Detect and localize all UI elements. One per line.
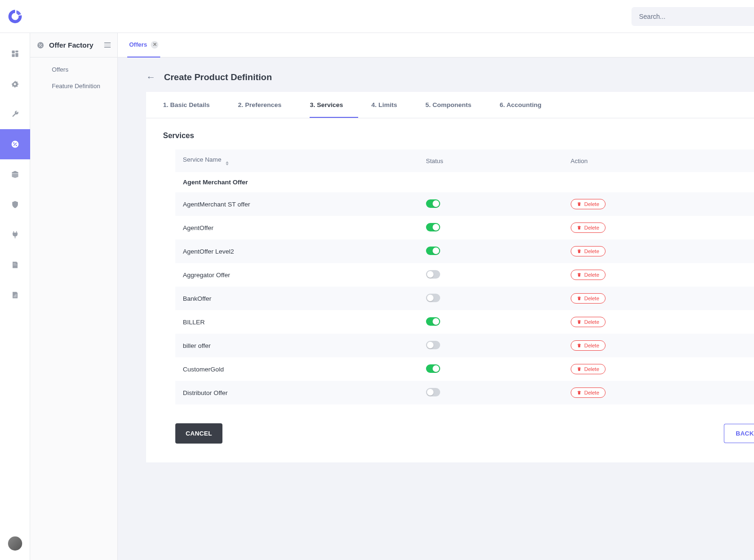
status-toggle[interactable] [426, 317, 440, 326]
trash-icon [577, 202, 582, 206]
table-row: AgentMerchant ST offerDelete [175, 192, 754, 216]
service-name: Aggregator Offer [175, 263, 418, 287]
status-toggle[interactable] [426, 247, 440, 255]
delete-button[interactable]: Delete [571, 364, 606, 374]
svg-point-5 [13, 142, 15, 144]
trash-icon [577, 272, 582, 277]
table-row: AgentOfferDelete [175, 216, 754, 239]
nav-dashboard[interactable] [0, 39, 30, 69]
status-toggle[interactable] [426, 270, 440, 279]
close-icon[interactable]: ✕ [151, 41, 158, 49]
step[interactable]: 2. Preferences [238, 92, 296, 118]
delete-button[interactable]: Delete [571, 222, 606, 233]
service-name: AgentMerchant ST offer [175, 192, 418, 216]
avatar[interactable] [8, 536, 22, 551]
delete-button[interactable]: Delete [571, 270, 606, 280]
tabbar: Offers ✕ [118, 33, 754, 58]
service-name: BankOffer [175, 287, 418, 310]
note-icon [11, 261, 19, 269]
delete-button[interactable]: Delete [571, 293, 606, 304]
sidepanel-item[interactable]: Feature Definition [30, 78, 117, 94]
status-toggle[interactable] [426, 364, 440, 373]
column-service-name[interactable]: Service Name [175, 149, 418, 172]
percent-icon [37, 41, 44, 49]
service-name: biller offer [175, 334, 418, 357]
table-header-row: Service Name Status Action [175, 149, 754, 172]
back-arrow-icon[interactable]: ← [146, 72, 156, 82]
trash-icon [577, 367, 582, 371]
shield-icon [11, 200, 19, 209]
svg-rect-11 [15, 295, 16, 297]
table-row: Aggregator OfferDelete [175, 263, 754, 287]
sidepanel-toggle[interactable] [104, 42, 111, 48]
table-group-row: Agent Merchant Offer [175, 172, 754, 192]
svg-rect-0 [12, 50, 15, 53]
back-button[interactable]: BACK [724, 424, 754, 443]
sidepanel-header: Offer Factory [30, 33, 117, 58]
delete-button[interactable]: Delete [571, 317, 606, 327]
content: ← Create Product Definition 1. Basic Det… [118, 58, 754, 560]
nav-settings[interactable] [0, 69, 30, 99]
status-toggle[interactable] [426, 199, 440, 208]
topbar [0, 0, 754, 33]
svg-point-15 [41, 46, 42, 47]
box-icon [11, 170, 19, 179]
group-name: Agent Merchant Offer [175, 172, 754, 192]
delete-button[interactable]: Delete [571, 340, 606, 351]
nav-report[interactable] [0, 280, 30, 310]
svg-point-6 [16, 145, 17, 146]
step[interactable]: 3. Services [310, 92, 358, 118]
delete-button[interactable]: Delete [571, 199, 606, 209]
service-name: AgentOffer [175, 216, 418, 239]
file-chart-icon [11, 291, 19, 299]
service-name: Distributor Offer [175, 381, 418, 404]
delete-button[interactable]: Delete [571, 387, 606, 398]
step[interactable]: 1. Basic Details [163, 92, 225, 118]
nav-package[interactable] [0, 159, 30, 189]
section-title: Services [146, 118, 754, 149]
nav-offer-factory[interactable] [0, 129, 30, 159]
logo[interactable] [0, 8, 30, 25]
nav-security[interactable] [0, 189, 30, 220]
step[interactable]: 4. Limits [371, 92, 412, 118]
nav-plugin[interactable] [0, 220, 30, 250]
trash-icon [577, 320, 582, 324]
step[interactable]: 5. Components [426, 92, 487, 118]
step[interactable]: 6. Accounting [500, 92, 557, 118]
search-input[interactable] [638, 12, 747, 21]
svg-rect-10 [14, 296, 15, 297]
nav-notes[interactable] [0, 250, 30, 280]
cancel-button[interactable]: CANCEL [175, 423, 222, 444]
table-row: biller offerDelete [175, 334, 754, 357]
status-toggle[interactable] [426, 294, 440, 302]
main: Offers ✕ ← Create Product Definition 1. … [118, 33, 754, 560]
percent-icon [11, 140, 19, 148]
trash-icon [577, 390, 582, 395]
wrench-icon [11, 110, 19, 118]
sidepanel: Offer Factory OffersFeature Definition [30, 33, 118, 560]
sidepanel-title: Offer Factory [49, 41, 93, 49]
status-toggle[interactable] [426, 223, 440, 231]
trash-icon [577, 296, 582, 301]
sidepanel-item[interactable]: Offers [30, 61, 117, 78]
tab-offers[interactable]: Offers ✕ [127, 33, 160, 58]
service-name: CustomerGold [175, 357, 418, 381]
svg-rect-3 [12, 54, 15, 57]
page-title: Create Product Definition [164, 72, 272, 82]
stepper: 1. Basic Details2. Preferences3. Service… [146, 92, 754, 118]
status-toggle[interactable] [426, 341, 440, 349]
nav-rail [0, 33, 30, 560]
svg-rect-8 [13, 263, 16, 264]
grid-icon [11, 49, 19, 58]
trash-icon [577, 249, 582, 254]
status-toggle[interactable] [426, 388, 440, 396]
nav-tools[interactable] [0, 99, 30, 129]
service-name: BILLER [175, 310, 418, 334]
search-input-wrapper[interactable] [631, 7, 754, 26]
svg-rect-12 [16, 294, 16, 297]
delete-button[interactable]: Delete [571, 246, 606, 256]
service-name: AgentOffer Level2 [175, 239, 418, 263]
table-row: CustomerGoldDelete [175, 357, 754, 381]
card-footer: CANCEL BACK [146, 404, 754, 444]
cogs-icon [11, 80, 19, 88]
